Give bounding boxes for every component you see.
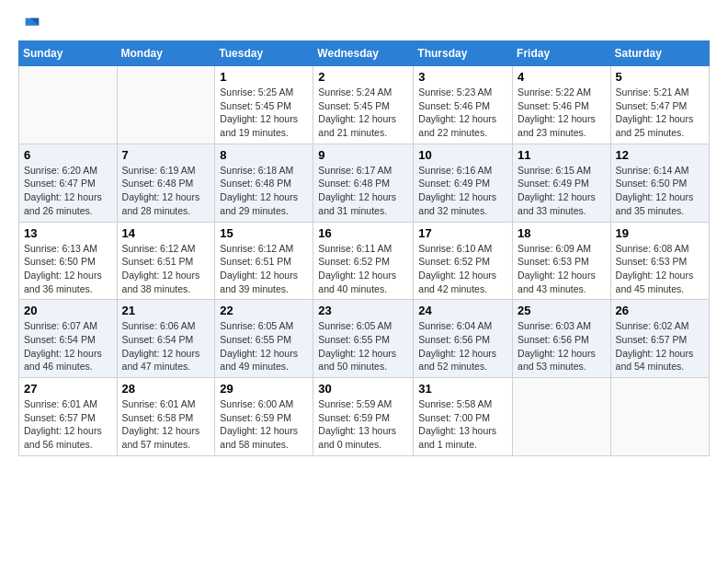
day-number: 13 [24, 226, 112, 240]
day-number: 3 [418, 70, 507, 84]
day-number: 25 [518, 304, 606, 317]
day-info: Sunrise: 5:59 AM Sunset: 6:59 PM Dayligh… [318, 397, 408, 452]
day-number: 7 [122, 148, 210, 162]
week-row-3: 13Sunrise: 6:13 AM Sunset: 6:50 PM Dayli… [19, 222, 710, 300]
calendar-cell [513, 378, 611, 456]
weekday-header-sunday: Sunday [19, 41, 118, 66]
day-info: Sunrise: 6:16 AM Sunset: 6:49 PM Dayligh… [418, 164, 507, 218]
calendar-cell [610, 378, 709, 456]
calendar-cell: 8Sunrise: 6:18 AM Sunset: 6:48 PM Daylig… [215, 144, 313, 222]
calendar-cell: 7Sunrise: 6:19 AM Sunset: 6:48 PM Daylig… [117, 144, 215, 222]
weekday-header-monday: Monday [117, 41, 215, 66]
calendar-cell: 28Sunrise: 6:01 AM Sunset: 6:58 PM Dayli… [117, 378, 215, 456]
day-info: Sunrise: 6:05 AM Sunset: 6:55 PM Dayligh… [318, 319, 408, 373]
calendar-table: SundayMondayTuesdayWednesdayThursdayFrid… [18, 40, 710, 456]
weekday-header-friday: Friday [513, 41, 611, 66]
weekday-header-row: SundayMondayTuesdayWednesdayThursdayFrid… [19, 41, 710, 66]
day-info: Sunrise: 6:01 AM Sunset: 6:58 PM Dayligh… [122, 397, 210, 452]
day-number: 24 [418, 304, 507, 317]
calendar-cell: 2Sunrise: 5:24 AM Sunset: 5:45 PM Daylig… [313, 66, 414, 144]
day-info: Sunrise: 5:23 AM Sunset: 5:46 PM Dayligh… [418, 86, 507, 140]
day-info: Sunrise: 6:05 AM Sunset: 6:55 PM Dayligh… [220, 319, 308, 373]
day-info: Sunrise: 6:07 AM Sunset: 6:54 PM Dayligh… [24, 319, 112, 373]
calendar-cell: 17Sunrise: 6:10 AM Sunset: 6:52 PM Dayli… [414, 222, 513, 300]
day-info: Sunrise: 6:04 AM Sunset: 6:56 PM Dayligh… [418, 319, 507, 373]
calendar-cell [117, 66, 215, 144]
day-info: Sunrise: 6:03 AM Sunset: 6:56 PM Dayligh… [518, 319, 606, 373]
calendar-cell: 20Sunrise: 6:07 AM Sunset: 6:54 PM Dayli… [19, 300, 118, 378]
day-number: 18 [518, 226, 606, 240]
calendar-cell: 14Sunrise: 6:12 AM Sunset: 6:51 PM Dayli… [117, 222, 215, 300]
calendar-cell: 23Sunrise: 6:05 AM Sunset: 6:55 PM Dayli… [313, 300, 414, 378]
day-info: Sunrise: 6:19 AM Sunset: 6:48 PM Dayligh… [122, 164, 210, 218]
day-number: 4 [518, 70, 606, 84]
day-number: 27 [24, 382, 112, 396]
day-info: Sunrise: 6:17 AM Sunset: 6:48 PM Dayligh… [318, 164, 408, 218]
calendar-cell: 19Sunrise: 6:08 AM Sunset: 6:53 PM Dayli… [610, 222, 709, 300]
calendar-cell: 22Sunrise: 6:05 AM Sunset: 6:55 PM Dayli… [215, 300, 313, 378]
day-info: Sunrise: 5:25 AM Sunset: 5:45 PM Dayligh… [220, 86, 308, 140]
week-row-5: 27Sunrise: 6:01 AM Sunset: 6:57 PM Dayli… [19, 378, 710, 456]
day-number: 19 [616, 226, 704, 240]
day-number: 26 [616, 304, 704, 317]
day-info: Sunrise: 6:09 AM Sunset: 6:53 PM Dayligh… [518, 242, 606, 296]
calendar-cell: 9Sunrise: 6:17 AM Sunset: 6:48 PM Daylig… [313, 144, 414, 222]
calendar-cell: 26Sunrise: 6:02 AM Sunset: 6:57 PM Dayli… [610, 300, 709, 378]
day-number: 9 [318, 148, 408, 162]
day-number: 1 [220, 70, 308, 84]
day-number: 21 [122, 304, 210, 317]
day-info: Sunrise: 5:22 AM Sunset: 5:46 PM Dayligh… [518, 86, 606, 140]
logo [18, 15, 40, 33]
day-number: 8 [220, 148, 308, 162]
week-row-1: 1Sunrise: 5:25 AM Sunset: 5:45 PM Daylig… [19, 66, 710, 144]
calendar-cell: 10Sunrise: 6:16 AM Sunset: 6:49 PM Dayli… [414, 144, 513, 222]
calendar-cell: 31Sunrise: 5:58 AM Sunset: 7:00 PM Dayli… [414, 378, 513, 456]
day-info: Sunrise: 6:06 AM Sunset: 6:54 PM Dayligh… [122, 319, 210, 373]
day-number: 2 [318, 70, 408, 84]
logo-flag-icon [22, 15, 40, 33]
day-number: 6 [24, 148, 112, 162]
page-header [18, 15, 710, 33]
calendar-cell: 6Sunrise: 6:20 AM Sunset: 6:47 PM Daylig… [19, 144, 118, 222]
week-row-4: 20Sunrise: 6:07 AM Sunset: 6:54 PM Dayli… [19, 300, 710, 378]
day-info: Sunrise: 6:14 AM Sunset: 6:50 PM Dayligh… [616, 164, 704, 218]
calendar-cell: 16Sunrise: 6:11 AM Sunset: 6:52 PM Dayli… [313, 222, 414, 300]
day-info: Sunrise: 5:24 AM Sunset: 5:45 PM Dayligh… [318, 86, 408, 140]
calendar-cell: 11Sunrise: 6:15 AM Sunset: 6:49 PM Dayli… [513, 144, 611, 222]
calendar-cell: 1Sunrise: 5:25 AM Sunset: 5:45 PM Daylig… [215, 66, 313, 144]
weekday-header-wednesday: Wednesday [313, 41, 414, 66]
day-info: Sunrise: 5:21 AM Sunset: 5:47 PM Dayligh… [616, 86, 704, 140]
calendar-cell: 13Sunrise: 6:13 AM Sunset: 6:50 PM Dayli… [19, 222, 118, 300]
calendar-cell: 25Sunrise: 6:03 AM Sunset: 6:56 PM Dayli… [513, 300, 611, 378]
day-number: 22 [220, 304, 308, 317]
calendar-cell: 18Sunrise: 6:09 AM Sunset: 6:53 PM Dayli… [513, 222, 611, 300]
day-info: Sunrise: 6:18 AM Sunset: 6:48 PM Dayligh… [220, 164, 308, 218]
calendar-cell: 3Sunrise: 5:23 AM Sunset: 5:46 PM Daylig… [414, 66, 513, 144]
day-info: Sunrise: 6:10 AM Sunset: 6:52 PM Dayligh… [418, 242, 507, 296]
calendar-cell: 24Sunrise: 6:04 AM Sunset: 6:56 PM Dayli… [414, 300, 513, 378]
day-info: Sunrise: 6:12 AM Sunset: 6:51 PM Dayligh… [220, 242, 308, 296]
day-info: Sunrise: 6:11 AM Sunset: 6:52 PM Dayligh… [318, 242, 408, 296]
day-number: 29 [220, 382, 308, 396]
calendar-cell: 30Sunrise: 5:59 AM Sunset: 6:59 PM Dayli… [313, 378, 414, 456]
day-number: 23 [318, 304, 408, 317]
day-number: 14 [122, 226, 210, 240]
week-row-2: 6Sunrise: 6:20 AM Sunset: 6:47 PM Daylig… [19, 144, 710, 222]
day-info: Sunrise: 6:00 AM Sunset: 6:59 PM Dayligh… [220, 397, 308, 452]
day-number: 17 [418, 226, 507, 240]
day-number: 11 [518, 148, 606, 162]
day-info: Sunrise: 6:01 AM Sunset: 6:57 PM Dayligh… [24, 397, 112, 452]
day-number: 30 [318, 382, 408, 396]
calendar-cell: 12Sunrise: 6:14 AM Sunset: 6:50 PM Dayli… [610, 144, 709, 222]
calendar-cell: 21Sunrise: 6:06 AM Sunset: 6:54 PM Dayli… [117, 300, 215, 378]
day-info: Sunrise: 6:08 AM Sunset: 6:53 PM Dayligh… [616, 242, 704, 296]
day-number: 20 [24, 304, 112, 317]
day-number: 16 [318, 226, 408, 240]
day-info: Sunrise: 6:02 AM Sunset: 6:57 PM Dayligh… [616, 319, 704, 373]
day-info: Sunrise: 6:15 AM Sunset: 6:49 PM Dayligh… [518, 164, 606, 218]
day-info: Sunrise: 5:58 AM Sunset: 7:00 PM Dayligh… [418, 397, 507, 452]
day-number: 31 [418, 382, 507, 396]
calendar-page: SundayMondayTuesdayWednesdayThursdayFrid… [0, 0, 728, 475]
day-number: 12 [616, 148, 704, 162]
calendar-cell: 4Sunrise: 5:22 AM Sunset: 5:46 PM Daylig… [513, 66, 611, 144]
